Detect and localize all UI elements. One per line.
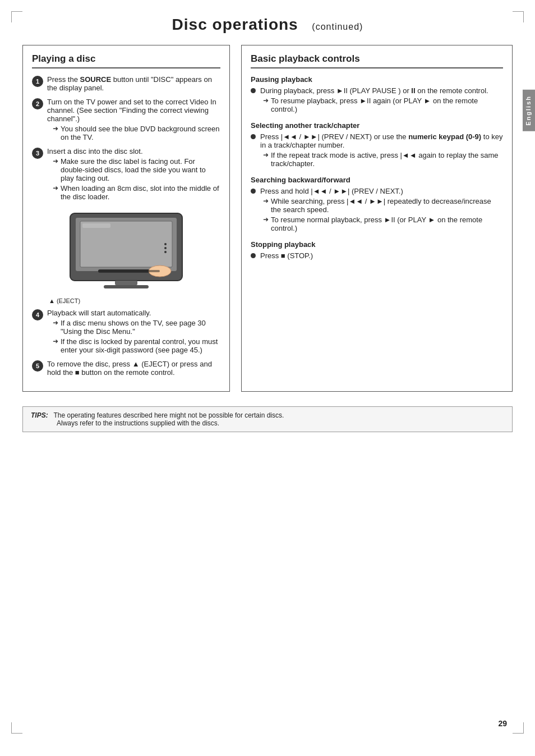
step-1: 1 Press the SOURCE button until "DISC" a… xyxy=(32,75,220,92)
step-2-num: 2 xyxy=(32,98,43,109)
step-3-content: Insert a disc into the disc slot. ➜ Make… xyxy=(47,147,220,201)
pausing-arrow-1-text: To resume playback, press ►II again (or … xyxy=(271,97,503,113)
step-3: 3 Insert a disc into the disc slot. ➜ Ma… xyxy=(32,147,220,201)
stopping-bullet-1-content: Press ■ (STOP.) xyxy=(260,251,503,260)
corner-tr xyxy=(513,11,524,22)
step-2-content: Turn on the TV power and set to the corr… xyxy=(47,98,220,141)
selecting-arrow-1-text: If the repeat track mode is active, pres… xyxy=(271,151,503,168)
selecting-bullet-1-content: Press |◄◄ / ►►| (PREV / NEXT) or use the… xyxy=(260,132,503,168)
tips-label: TIPS: xyxy=(31,411,48,419)
arrow-icon-sh1: ➜ xyxy=(263,197,269,205)
tips-text-2: Always refer to the instructions supplie… xyxy=(57,419,219,427)
arrow-icon-3: ➜ xyxy=(53,184,58,192)
svg-point-10 xyxy=(164,247,167,249)
step-4-arrow-2: ➜ If the disc is locked by parental cont… xyxy=(53,337,220,354)
svg-point-11 xyxy=(164,251,167,253)
svg-rect-2 xyxy=(80,221,172,267)
page-main-title: Disc operations xyxy=(172,16,298,33)
subsection-selecting: Selecting another track/chapter Press |◄… xyxy=(251,121,503,168)
pausing-arrow-1: ➜ To resume playback, press ►II again (o… xyxy=(263,97,503,113)
corner-bl xyxy=(11,722,22,734)
searching-arrow-1-text: While searching, press |◄◄ / ►►| repeate… xyxy=(271,197,503,214)
arrow-icon-p1: ➜ xyxy=(263,97,269,104)
stopping-bullet-1: Press ■ (STOP.) xyxy=(251,251,503,260)
corner-tl xyxy=(11,11,22,22)
step-3-arrow-1: ➜ Make sure the disc label is facing out… xyxy=(53,157,220,182)
step-1-content: Press the SOURCE button until "DISC" app… xyxy=(47,75,220,92)
subsection-stopping: Stopping playback Press ■ (STOP.) xyxy=(251,240,503,260)
svg-rect-6 xyxy=(98,270,160,272)
tips-box: TIPS: The operating features described h… xyxy=(22,406,513,432)
step-3-arrow-2-text: When loading an 8cm disc, slot into the … xyxy=(61,184,220,201)
corner-br xyxy=(513,722,524,734)
step-5-num: 5 xyxy=(32,360,43,372)
searching-arrow-1: ➜ While searching, press |◄◄ / ►►| repea… xyxy=(263,197,503,214)
page-container: English Disc operations (continued) Play… xyxy=(0,0,535,756)
bullet-dot-3 xyxy=(251,189,256,194)
eject-label: ▲ (EJECT) xyxy=(49,297,220,304)
step-4-arrow-1-text: If a disc menu shows on the TV, see page… xyxy=(61,319,220,336)
step-4-arrow-2-text: If the disc is locked by parental contro… xyxy=(61,337,220,354)
svg-rect-3 xyxy=(82,223,110,228)
arrow-icon-5: ➜ xyxy=(53,337,58,345)
content-area: Playing a disc 1 Press the SOURCE button… xyxy=(0,39,535,397)
bullet-dot-1 xyxy=(251,88,256,93)
tv-image-area: ▲ (EJECT) xyxy=(32,208,220,304)
side-tab: English xyxy=(523,90,535,131)
searching-arrow-2: ➜ To resume normal playback, press ►II (… xyxy=(263,216,503,232)
svg-rect-8 xyxy=(104,285,149,288)
svg-rect-7 xyxy=(115,281,137,285)
step-2: 2 Turn on the TV power and set to the co… xyxy=(32,98,220,141)
arrow-icon-sh2: ➜ xyxy=(263,216,269,223)
pausing-title: Pausing playback xyxy=(251,75,503,84)
arrow-icon-1: ➜ xyxy=(53,125,58,132)
step-1-num: 1 xyxy=(32,76,43,87)
left-column: Playing a disc 1 Press the SOURCE button… xyxy=(22,45,230,392)
searching-title: Searching backward/forward xyxy=(251,176,503,184)
bullet-dot-2 xyxy=(251,134,256,139)
selecting-bullet-1: Press |◄◄ / ►►| (PREV / NEXT) or use the… xyxy=(251,132,503,168)
stopping-title: Stopping playback xyxy=(251,240,503,249)
arrow-icon-s1: ➜ xyxy=(263,151,269,159)
pausing-bullet-1-content: During playback, press ►II (PLAY PAUSE )… xyxy=(260,86,503,113)
step-2-arrow-1-text: You should see the blue DVD background s… xyxy=(61,125,220,141)
page-title-cont: (continued) xyxy=(312,22,363,31)
step-3-num: 3 xyxy=(32,148,43,159)
right-column: Basic playback controls Pausing playback… xyxy=(241,45,513,392)
arrow-icon-4: ➜ xyxy=(53,319,58,327)
searching-bullet-1: Press and hold |◄◄ / ►►| (PREV / NEXT.) … xyxy=(251,187,503,232)
step-4-arrow-1: ➜ If a disc menu shows on the TV, see pa… xyxy=(53,319,220,336)
tv-illustration xyxy=(64,208,188,295)
left-section-title: Playing a disc xyxy=(32,53,220,68)
page-number: 29 xyxy=(498,719,507,728)
tips-text-1: The operating features described here mi… xyxy=(53,411,284,419)
subsection-searching: Searching backward/forward Press and hol… xyxy=(251,176,503,232)
arrow-icon-2: ➜ xyxy=(53,157,58,165)
step-2-arrow-1: ➜ You should see the blue DVD background… xyxy=(53,125,220,141)
selecting-title: Selecting another track/chapter xyxy=(251,121,503,130)
subsection-pausing: Pausing playback During playback, press … xyxy=(251,75,503,113)
pausing-bullet-1: During playback, press ►II (PLAY PAUSE )… xyxy=(251,86,503,113)
right-section-title: Basic playback controls xyxy=(251,53,503,68)
bullet-dot-4 xyxy=(251,253,256,258)
selecting-arrow-1: ➜ If the repeat track mode is active, pr… xyxy=(263,151,503,168)
page-title-bar: Disc operations (continued) xyxy=(0,0,535,39)
searching-bullet-1-content: Press and hold |◄◄ / ►►| (PREV / NEXT.) … xyxy=(260,187,503,232)
step-5: 5 To remove the disc, press ▲ (EJECT) or… xyxy=(32,360,220,377)
step-4-content: Playback will start automatically. ➜ If … xyxy=(47,309,220,354)
searching-arrow-2-text: To resume normal playback, press ►II (or… xyxy=(271,216,503,232)
svg-point-9 xyxy=(164,243,167,245)
step-3-arrow-2: ➜ When loading an 8cm disc, slot into th… xyxy=(53,184,220,201)
step-3-arrow-1-text: Make sure the disc label is facing out. … xyxy=(61,157,220,182)
step-5-content: To remove the disc, press ▲ (EJECT) or p… xyxy=(47,360,220,377)
step-4: 4 Playback will start automatically. ➜ I… xyxy=(32,309,220,354)
step-4-num: 4 xyxy=(32,309,43,320)
